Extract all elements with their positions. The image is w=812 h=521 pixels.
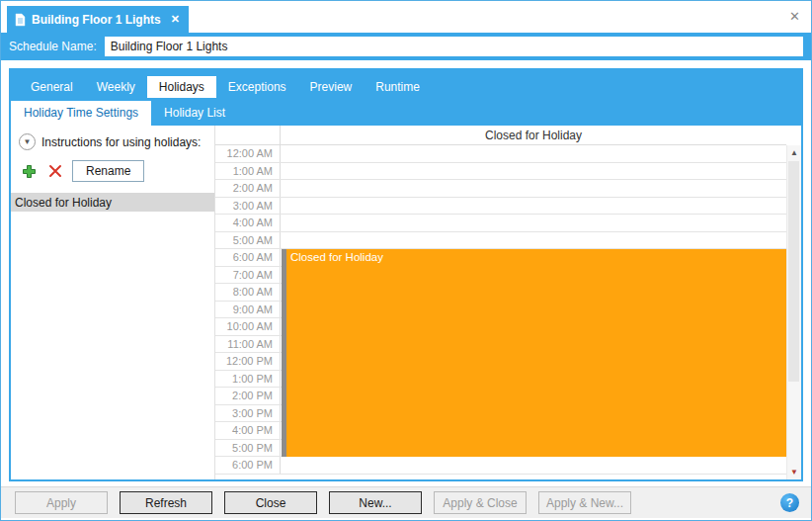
time-grid: Closed for Holiday 12:00 AM1:00 AM2:00 A… <box>214 126 801 479</box>
sub-tabs: Holiday Time SettingsHoliday List <box>11 101 801 126</box>
red-x-icon <box>48 164 62 178</box>
document-tab[interactable]: Building Floor 1 Lights ✕ <box>7 6 189 33</box>
button-apply-new: Apply & New... <box>538 491 631 514</box>
time-row[interactable]: 5:00 AM <box>215 232 786 250</box>
time-row[interactable]: 12:00 AM <box>215 145 786 163</box>
tab-exceptions[interactable]: Exceptions <box>216 76 298 98</box>
tab-weekly[interactable]: Weekly <box>85 76 147 98</box>
help-button[interactable]: ? <box>780 493 799 512</box>
grid-header: Closed for Holiday <box>215 126 786 145</box>
holiday-list-item[interactable]: Closed for Holiday <box>11 193 214 212</box>
scroll-thumb[interactable] <box>788 161 799 382</box>
document-tab-strip: Building Floor 1 Lights ✕ ✕ <box>1 1 811 33</box>
time-label: 4:00 AM <box>215 215 281 231</box>
schedule-name-row: Schedule Name: <box>1 33 811 60</box>
time-label: 1:00 PM <box>215 371 281 388</box>
time-label: 5:00 AM <box>215 232 281 249</box>
time-label: 2:00 AM <box>215 180 281 197</box>
instructions-label: Instructions for using holidays: <box>41 135 201 149</box>
grid-column-header: Closed for Holiday <box>281 126 786 144</box>
document-tab-title: Building Floor 1 Lights <box>32 13 161 27</box>
time-row[interactable]: 3:00 AM <box>215 198 786 216</box>
time-label: 6:00 AM <box>215 249 281 266</box>
tab-holiday-list[interactable]: Holiday List <box>151 101 238 126</box>
time-label: 3:00 AM <box>215 198 281 215</box>
schedule-name-label: Schedule Name: <box>9 40 97 53</box>
button-refresh[interactable]: Refresh <box>120 491 212 514</box>
scroll-up-icon[interactable]: ▲ <box>787 145 801 160</box>
time-column-spacer <box>215 126 281 144</box>
time-row[interactable]: 4:00 AM <box>215 215 786 232</box>
add-holiday-button[interactable] <box>19 161 39 181</box>
vertical-scrollbar[interactable]: ▲ ▼ <box>786 145 801 479</box>
time-label: 4:00 PM <box>215 422 281 439</box>
button-new[interactable]: New... <box>329 491 422 514</box>
holiday-left-panel: ▼ Instructions for using holidays: R <box>11 126 214 479</box>
button-apply-close: Apply & Close <box>434 491 527 514</box>
time-label: 8:00 AM <box>215 284 281 301</box>
holiday-list: Closed for Holiday <box>11 193 214 212</box>
rename-button[interactable]: Rename <box>72 160 144 182</box>
time-label: 12:00 PM <box>215 353 281 370</box>
green-plus-icon <box>22 164 37 179</box>
time-label: 2:00 PM <box>215 388 281 404</box>
time-row[interactable]: 6:00 PM <box>215 457 786 475</box>
time-label: 10:00 AM <box>215 318 281 335</box>
tab-runtime[interactable]: Runtime <box>364 76 432 98</box>
tab-holiday-time-settings[interactable]: Holiday Time Settings <box>11 101 151 126</box>
instructions-expander-icon[interactable]: ▼ <box>19 133 36 150</box>
document-icon <box>15 13 26 27</box>
time-label: 3:00 PM <box>215 405 281 422</box>
event-label: Closed for Holiday <box>286 249 383 457</box>
time-label: 6:00 PM <box>215 457 281 474</box>
time-label: 9:00 AM <box>215 302 281 318</box>
time-label: 11:00 AM <box>215 336 281 353</box>
time-label: 1:00 AM <box>215 163 281 180</box>
time-rows: 12:00 AM1:00 AM2:00 AM3:00 AM4:00 AM5:00… <box>215 145 786 479</box>
footer-buttons: ApplyRefreshCloseNew...Apply & CloseAppl… <box>15 491 631 514</box>
button-close[interactable]: Close <box>224 491 317 514</box>
time-row[interactable]: 1:00 AM <box>215 163 786 181</box>
button-apply: Apply <box>15 491 108 514</box>
holiday-content: ▼ Instructions for using holidays: R <box>11 126 801 479</box>
grid-body: 12:00 AM1:00 AM2:00 AM3:00 AM4:00 AM5:00… <box>215 145 801 479</box>
schedule-panel: GeneralWeeklyHolidaysExceptionsPreviewRu… <box>9 68 803 481</box>
tab-preview[interactable]: Preview <box>298 76 365 98</box>
holiday-toolbar: Rename <box>11 150 214 182</box>
time-row[interactable]: 2:00 AM <box>215 180 786 198</box>
tab-general[interactable]: General <box>19 76 85 98</box>
instructions-row: ▼ Instructions for using holidays: <box>11 126 214 150</box>
time-label: 7:00 AM <box>215 267 281 284</box>
time-label: 12:00 AM <box>215 145 281 162</box>
footer-bar: ApplyRefreshCloseNew...Apply & CloseAppl… <box>1 486 811 518</box>
main-tabs: GeneralWeeklyHolidaysExceptionsPreviewRu… <box>19 76 801 98</box>
scroll-down-icon[interactable]: ▼ <box>787 465 801 479</box>
tab-close-icon[interactable]: ✕ <box>171 13 180 26</box>
tab-holidays[interactable]: Holidays <box>147 76 216 98</box>
time-label: 5:00 PM <box>215 440 281 457</box>
holiday-event-block[interactable]: Closed for Holiday <box>282 249 786 457</box>
delete-holiday-button[interactable] <box>45 161 65 181</box>
window-close-icon[interactable]: ✕ <box>789 10 800 23</box>
schedule-name-input[interactable] <box>105 37 803 56</box>
app-window: Building Floor 1 Lights ✕ ✕ Schedule Nam… <box>0 0 812 521</box>
